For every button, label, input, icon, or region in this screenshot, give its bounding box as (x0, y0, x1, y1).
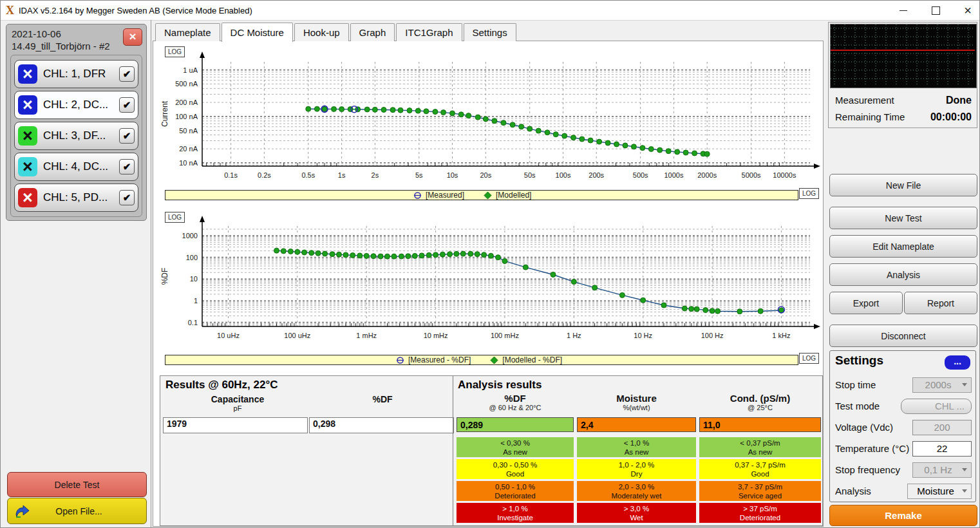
log-scale-button[interactable]: LOG (165, 46, 185, 57)
settings-panel: Settings ... Stop time 2000s Test mode C… (829, 350, 976, 502)
cond-band-service-aged: 3,7 - 37 pS/mService aged (699, 481, 821, 501)
open-file-icon (14, 504, 31, 519)
moisture-band-dry: 1,0 - 2,0 %Dry (577, 459, 696, 479)
channel-5-x-icon: × (18, 188, 37, 207)
channel-1-label: CHL: 1, DFR (43, 68, 119, 80)
channel-item-3[interactable]: × CHL: 3, DF... ✔ (14, 122, 138, 150)
analysis-moisture-value: 2,4 (577, 417, 696, 432)
analysis-cond-value: 11,0 (699, 417, 821, 432)
export-button[interactable]: Export (829, 292, 903, 314)
channel-3-x-icon: × (18, 126, 37, 146)
svg-text:1 uA: 1 uA (183, 66, 198, 74)
df-value: 0,298 (309, 417, 454, 433)
svg-text:10 nA: 10 nA (179, 159, 198, 167)
modelled-marker-icon (484, 191, 492, 200)
close-test-button[interactable]: × (123, 28, 142, 46)
test-name: 14.49_till_Torbjörn - #2 (12, 40, 141, 52)
tab-bar: Nameplate DC Moisture Hook-up Graph ITC1… (155, 23, 518, 41)
test-header: 2021-10-06 14.49_till_Torbjörn - #2 × (6, 24, 146, 53)
df-band-investigate: > 1,0 %Investigate (457, 503, 574, 523)
measurement-status-panel: Measurement Done Remaining Time 00:00:00 (828, 22, 977, 128)
log-scale-button[interactable]: LOG (799, 353, 819, 364)
edit-nameplate-button[interactable]: Edit Nameplate (829, 235, 977, 258)
test-date: 2021-10-06 (12, 28, 141, 40)
channel-5-label: CHL: 5, PD... (43, 191, 119, 204)
new-test-button[interactable]: New Test (829, 207, 977, 229)
channel-item-1[interactable]: × CHL: 1, DFR ✔ (14, 60, 138, 88)
svg-text:Current: Current (160, 100, 169, 127)
channel-5-checkbox[interactable]: ✔ (119, 190, 135, 205)
svg-text:20s: 20s (480, 171, 491, 179)
tab-hook-up[interactable]: Hook-up (294, 23, 349, 41)
test-panel: 2021-10-06 14.49_till_Torbjörn - #2 × × … (6, 24, 147, 221)
analysis-df-header: %DF @ 60 Hz & 20°C (457, 393, 574, 411)
cond-band-good: 0,37 - 3,7 pS/mGood (699, 459, 821, 479)
channel-item-5[interactable]: × CHL: 5, PD... ✔ (14, 184, 138, 212)
svg-text:100 mHz: 100 mHz (491, 332, 519, 339)
results-panel: Results @ 60Hz, 22°C Capacitance pF %DF … (160, 375, 823, 526)
channel-3-checkbox[interactable]: ✔ (119, 128, 135, 144)
tab-settings[interactable]: Settings (464, 23, 516, 41)
df-chart: LOG 10001001010.1%DF10 uHz100 uHz1 mHz10… (160, 211, 820, 367)
log-scale-button[interactable]: LOG (799, 188, 819, 199)
capacitance-header: Capacitance pF (173, 394, 302, 412)
svg-text:1 mHz: 1 mHz (356, 332, 377, 339)
analysis-cond-header: Cond. (pS/m) @ 25°C (699, 393, 821, 411)
delete-test-button[interactable]: Delete Test (7, 472, 147, 497)
analysis-mode-select[interactable]: Moisture (907, 484, 972, 499)
settings-more-button[interactable]: ... (945, 355, 970, 370)
tab-graph[interactable]: Graph (350, 23, 395, 41)
tab-itc1graph[interactable]: ITC1Graph (396, 23, 462, 41)
results-title: Results @ 60Hz, 22°C (165, 379, 278, 391)
svg-text:0.1: 0.1 (188, 319, 198, 326)
tab-dc-moisture[interactable]: DC Moisture (221, 23, 293, 42)
channel-1-checkbox[interactable]: ✔ (119, 66, 135, 82)
svg-text:200s: 200s (589, 171, 604, 179)
df-band-as-new: < 0,30 %As new (457, 437, 574, 457)
new-file-button[interactable]: New File (829, 174, 977, 196)
window-title: IDAX v5.2.164 by Megger Sweden AB (Servi… (19, 6, 252, 15)
analysis-df-value: 0,289 (457, 417, 574, 432)
tab-nameplate[interactable]: Nameplate (155, 23, 220, 41)
current-vs-time-plot: 1 uA500 nA200 nA100 nA50 nA20 nA10 nACur… (160, 45, 820, 188)
svg-text:1 Hz: 1 Hz (567, 332, 581, 339)
analysis-moisture-header: Moisture %(wt/wt) (577, 393, 696, 411)
report-button[interactable]: Report (904, 292, 977, 314)
svg-text:10s: 10s (447, 171, 458, 179)
channel-item-2[interactable]: × CHL: 2, DC... ✔ (14, 91, 138, 119)
capacitance-value: 1979 (163, 417, 308, 433)
maximize-button[interactable] (930, 5, 941, 15)
close-button[interactable]: × (963, 5, 973, 15)
remaining-time-value: 00:00:00 (930, 111, 972, 123)
settings-title: Settings (835, 354, 883, 368)
stop-frequency-select: 0,1 Hz (912, 462, 972, 478)
svg-text:5s: 5s (415, 171, 423, 179)
analysis-button[interactable]: Analysis (829, 263, 977, 286)
svg-text:2000s: 2000s (697, 171, 717, 179)
log-scale-button[interactable]: LOG (165, 212, 185, 223)
temperature-input[interactable]: 22 (912, 441, 972, 457)
remaining-time-row: Remaining Time 00:00:00 (835, 111, 972, 123)
minimize-button[interactable] (898, 5, 909, 15)
svg-text:10 uHz: 10 uHz (217, 332, 240, 339)
channel-2-checkbox[interactable]: ✔ (119, 97, 135, 113)
svg-text:50s: 50s (524, 171, 536, 179)
svg-text:1s: 1s (338, 171, 346, 179)
channel-4-checkbox[interactable]: ✔ (119, 159, 135, 174)
open-file-button[interactable]: Open File... (7, 498, 147, 524)
remake-button[interactable]: Remake (829, 505, 977, 526)
disconnect-button[interactable]: Disconnect (829, 325, 977, 347)
cond-band-deteriorated: > 37 pS/mDeteriorated (699, 503, 821, 523)
df-vs-frequency-plot: 10001001010.1%DF10 uHz100 uHz1 mHz10 mHz… (160, 211, 820, 352)
measured-marker-icon (396, 356, 404, 364)
live-signal-display (830, 24, 977, 88)
test-mode-row: Test mode CHL ... (830, 395, 977, 417)
svg-text:50 nA: 50 nA (179, 127, 198, 135)
channel-2-x-icon: × (18, 95, 37, 115)
current-chart-legend: [Measured] [Modelled] (165, 190, 798, 200)
channel-3-label: CHL: 3, DF... (43, 129, 119, 142)
df-band-good: 0,30 - 0,50 %Good (457, 459, 574, 479)
titlebar: X IDAX v5.2.164 by Megger Sweden AB (Ser… (1, 1, 979, 21)
channel-item-4[interactable]: × CHL: 4, DC... ✔ (14, 153, 138, 181)
analysis-title: Analysis results (458, 379, 542, 391)
